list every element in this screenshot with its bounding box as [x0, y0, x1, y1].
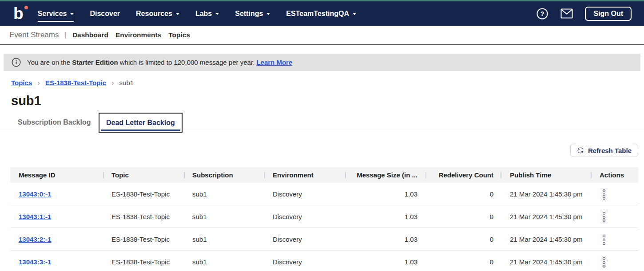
cell-redelivery-count: 0 — [425, 236, 501, 243]
brand-logo[interactable]: b — [13, 6, 24, 21]
breadcrumb-topic-link[interactable]: ES-1838-Test-Topic — [45, 79, 106, 86]
refresh-table-button[interactable]: Refresh Table — [570, 144, 638, 157]
column-header-redelivery-count: Redelivery Count — [425, 167, 501, 183]
cell-publish-time: 21 Mar 2024 1:45:30 pm — [501, 258, 591, 266]
cell-environment: Discovery — [264, 236, 345, 243]
row-overflow-menu-button[interactable] — [600, 255, 608, 270]
cell-redelivery-count: 0 — [425, 258, 501, 266]
product-name: Event Streams — [9, 31, 59, 39]
nav-item-labs[interactable]: Labs — [195, 10, 219, 18]
cell-message-id: 13043:1:-1 — [10, 213, 103, 220]
tab-subscription-backlog[interactable]: Subscription Backlog — [18, 113, 91, 132]
nav-item-account-menu[interactable]: ESTeamTestingQA — [286, 10, 356, 18]
column-header-message-size: Message Size (in ... — [345, 167, 425, 183]
nav-item-label: ESTeamTestingQA — [286, 10, 349, 18]
cell-subscription: sub1 — [184, 190, 264, 198]
tab-bar-divider — [0, 131, 644, 131]
cell-message-id: 13043:2:-1 — [10, 236, 103, 243]
svg-text:?: ? — [541, 10, 545, 17]
cell-redelivery-count: 0 — [425, 190, 501, 198]
row-overflow-menu-button[interactable] — [600, 232, 608, 247]
cell-topic: ES-1838-Test-Topic — [103, 213, 184, 220]
banner-edition-name: Starter Edition — [72, 59, 118, 66]
cell-subscription: sub1 — [184, 213, 264, 220]
cell-environment: Discovery — [264, 213, 345, 220]
subnav-item-topics[interactable]: Topics — [168, 31, 190, 39]
refresh-table-label: Refresh Table — [588, 147, 632, 154]
table-row: 13043:0:-1 ES-1838-Test-Topic sub1 Disco… — [10, 183, 638, 205]
cell-message-id: 13043:3:-1 — [10, 258, 103, 266]
banner-text-prefix: You are on the — [27, 59, 72, 66]
nav-item-label: Discover — [90, 10, 120, 18]
top-navigation-bar: b Services Discover Resources Labs Setti… — [0, 0, 644, 26]
nav-item-services[interactable]: Services — [38, 10, 74, 18]
subnav-item-environments[interactable]: Environments — [115, 31, 161, 39]
product-nav-divider: | — [64, 31, 66, 39]
page-title: sub1 — [11, 94, 644, 108]
tab-bar: Subscription Backlog Dead Letter Backlog — [0, 113, 644, 134]
cell-topic: ES-1838-Test-Topic — [103, 236, 184, 243]
svg-text:i: i — [16, 59, 17, 66]
chevron-down-icon — [70, 13, 74, 15]
overflow-menu-icon — [603, 197, 605, 200]
message-id-link[interactable]: 13043:2:-1 — [19, 236, 51, 243]
banner-text: You are on the Starter Edition which is … — [27, 59, 292, 66]
message-id-link[interactable]: 13043:3:-1 — [19, 258, 51, 266]
overflow-menu-icon — [603, 193, 605, 196]
row-overflow-menu-button[interactable] — [600, 187, 608, 202]
column-header-environment: Environment — [264, 167, 345, 183]
breadcrumb-topics-link[interactable]: Topics — [11, 79, 32, 86]
row-overflow-menu-button[interactable] — [600, 210, 608, 224]
nav-item-label: Resources — [136, 10, 172, 18]
tab-dead-letter-backlog[interactable]: Dead Letter Backlog — [99, 113, 183, 133]
mail-button[interactable] — [561, 8, 573, 19]
product-navigation-bar: Event Streams | Dashboard Environments T… — [0, 26, 644, 45]
overflow-menu-icon — [603, 189, 605, 192]
nav-item-resources[interactable]: Resources — [136, 10, 179, 18]
chevron-down-icon — [353, 13, 356, 15]
chevron-down-icon — [215, 13, 219, 15]
overflow-menu-icon — [603, 212, 605, 215]
cell-actions — [591, 186, 638, 202]
cell-actions — [591, 254, 638, 270]
column-header-actions: Actions — [591, 167, 638, 183]
column-header-message-id: Message ID — [10, 167, 103, 183]
help-icon: ? — [536, 8, 549, 20]
cell-message-size: 1.03 — [345, 190, 425, 198]
cell-subscription: sub1 — [184, 236, 264, 243]
subnav-item-dashboard[interactable]: Dashboard — [72, 31, 108, 39]
nav-item-label: Labs — [195, 10, 212, 18]
column-header-topic: Topic — [103, 167, 184, 183]
message-id-link[interactable]: 13043:0:-1 — [19, 190, 51, 198]
breadcrumb-chevron-icon: › — [37, 79, 40, 86]
overflow-menu-icon — [603, 235, 605, 237]
message-id-link[interactable]: 13043:1:-1 — [19, 213, 51, 220]
cell-actions — [591, 208, 638, 224]
table-header-row: Message ID Topic Subscription Environmen… — [10, 167, 638, 183]
overflow-menu-icon — [603, 257, 605, 260]
nav-item-discover[interactable]: Discover — [90, 10, 120, 18]
breadcrumb-chevron-icon: › — [111, 79, 114, 86]
topnav-right-actions: ? Sign Out — [536, 7, 632, 21]
help-button[interactable]: ? — [536, 8, 549, 20]
nav-item-label: Settings — [235, 10, 263, 18]
chevron-down-icon — [176, 13, 179, 15]
column-header-publish-time: Publish Time — [501, 167, 591, 183]
cell-topic: ES-1838-Test-Topic — [103, 190, 184, 198]
refresh-icon — [577, 147, 584, 154]
cell-topic: ES-1838-Test-Topic — [103, 258, 184, 266]
cell-message-size: 1.03 — [345, 213, 425, 220]
sign-out-button[interactable]: Sign Out — [585, 7, 632, 21]
table-row: 13043:2:-1 ES-1838-Test-Topic sub1 Disco… — [10, 228, 638, 251]
cell-publish-time: 21 Mar 2024 1:45:30 pm — [501, 213, 591, 220]
learn-more-link[interactable]: Learn More — [256, 59, 292, 66]
cell-message-size: 1.03 — [345, 258, 425, 266]
cell-actions — [591, 231, 638, 247]
cell-publish-time: 21 Mar 2024 1:45:30 pm — [501, 190, 591, 198]
mail-icon — [561, 8, 573, 19]
info-icon: i — [12, 58, 21, 67]
nav-item-settings[interactable]: Settings — [235, 10, 270, 18]
nav-item-label: Services — [38, 10, 67, 18]
cell-message-id: 13043:0:-1 — [10, 190, 103, 198]
dead-letter-backlog-table: Message ID Topic Subscription Environmen… — [10, 167, 638, 271]
